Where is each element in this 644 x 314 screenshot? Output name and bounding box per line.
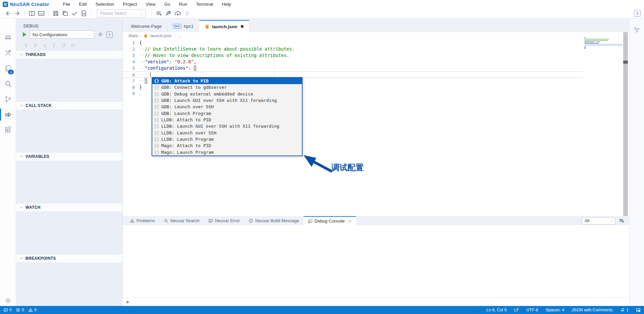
start-debug-button[interactable] <box>23 32 26 37</box>
save-icon[interactable] <box>52 10 59 17</box>
section-header-variables[interactable]: VARIABLES <box>16 152 122 161</box>
code-line-1[interactable]: 1{ <box>123 40 583 46</box>
tab-welcome-page[interactable]: Welcome-Page <box>125 20 167 32</box>
menu-selection[interactable]: Selection <box>91 1 119 8</box>
back-icon[interactable] <box>5 10 11 17</box>
menu-file[interactable]: File <box>59 1 75 8</box>
close-icon[interactable] <box>348 219 352 223</box>
open-debug-view-button[interactable]: › <box>106 32 113 38</box>
intellisense-item[interactable]: {}LLDB: Launch Program <box>152 136 302 142</box>
menu-go[interactable]: Go <box>160 1 174 8</box>
intellisense-item-label: GDB: Launch GUI over SSH with X11 forwar… <box>161 97 277 104</box>
toolbar-expand-button[interactable] <box>634 10 641 17</box>
status-warning-count[interactable]: 0 <box>28 308 37 312</box>
debug-settings-gear-icon[interactable] <box>97 32 103 38</box>
intellisense-item[interactable]: {}GDB: Debug external embedded device <box>152 91 302 97</box>
menu-help[interactable]: Help <box>217 1 235 8</box>
intellisense-item[interactable]: {}GDB: Launch GUI over SSH with X11 forw… <box>152 97 302 104</box>
status-item[interactable]: Ln 6, Col 5 <box>486 308 506 312</box>
status-item[interactable]: Spaces: 4 <box>546 308 565 312</box>
panel-layout-toggle[interactable] <box>636 308 641 312</box>
feedback-icon <box>3 308 8 312</box>
panel-tab-neusar-search[interactable]: Neusar Search <box>159 216 204 225</box>
split-editor-icon[interactable] <box>29 10 35 17</box>
minimap-current-line <box>584 44 623 46</box>
code-token: ·· <box>139 65 145 71</box>
scrollbar-marker <box>623 61 628 64</box>
settings-gear-icon[interactable] <box>4 297 12 305</box>
clear-console-icon[interactable] <box>619 218 625 224</box>
status-feedback-count[interactable]: 0 <box>3 308 12 312</box>
menu-project[interactable]: Project <box>118 1 141 8</box>
status-item[interactable]: UTF-8 <box>526 308 538 312</box>
intellisense-item[interactable]: {}GDB: Launch Program <box>152 110 302 117</box>
section-header-threads[interactable]: THREADS <box>16 50 122 59</box>
code-line-5[interactable]: 5··"configurations":·[ <box>123 65 583 71</box>
activity-debug-icon[interactable] <box>4 111 12 119</box>
cloud-upload-icon[interactable] <box>174 10 181 17</box>
menu-edit[interactable]: Edit <box>75 1 91 8</box>
dirty-indicator[interactable] <box>241 25 244 28</box>
menu-terminal[interactable]: Terminal <box>192 1 217 8</box>
run-target-select[interactable]: Please Select⌄ <box>97 9 146 17</box>
debug-console-input[interactable]: > <box>123 297 629 306</box>
intellisense-item[interactable]: {}Mago: Attach to PID <box>152 142 302 149</box>
file-code-icon[interactable] <box>80 10 87 17</box>
menu-view[interactable]: View <box>141 1 160 8</box>
intellisense-item[interactable]: {}Mago: Launch Program <box>152 149 302 155</box>
rocket-icon[interactable] <box>165 10 172 17</box>
save-all-icon[interactable] <box>62 10 68 17</box>
braces-icon: {} <box>154 84 159 90</box>
can-tool-icon[interactable]: CAN <box>38 10 45 17</box>
intellisense-item[interactable]: {}LLDB: Launch GUI over SSH with X11 for… <box>152 123 302 129</box>
notifications-bell[interactable]: 1 <box>620 308 629 312</box>
code-token: "configurations" <box>145 65 188 71</box>
breadcrumb-item[interactable]: .theia <box>127 34 138 38</box>
intellisense-item[interactable]: {}LLDB: Launch over SSH <box>152 130 302 136</box>
status-item[interactable]: JSON with Comments <box>572 308 613 312</box>
clear-list-icon[interactable] <box>156 10 162 17</box>
menu-run[interactable]: Run <box>174 1 192 8</box>
tab-hpc1[interactable]: SoChpc1 <box>167 20 199 32</box>
tab-label: Welcome-Page <box>131 24 162 29</box>
code-token: [ <box>194 65 197 71</box>
step-out-icon <box>52 43 57 48</box>
code-token: } <box>139 84 142 90</box>
code-token: :· <box>188 65 194 71</box>
intellisense-item[interactable]: {}GDB: Connect to gdbserver <box>152 84 302 90</box>
check-icon[interactable] <box>71 10 78 17</box>
activity-tools-icon[interactable] <box>4 49 12 57</box>
intellisense-item[interactable]: {}LLDB: Attach to PID <box>152 117 302 123</box>
activity-search-icon[interactable] <box>4 80 12 88</box>
status-item[interactable]: LF <box>514 308 519 312</box>
outline-hierarchy-icon[interactable] <box>633 26 641 34</box>
tab-launch.json[interactable]: launch.json <box>199 20 249 32</box>
activity-source-control-icon[interactable] <box>4 95 12 103</box>
minimap[interactable] <box>584 36 623 50</box>
panel-tab-debug-console[interactable]: Debug Console <box>304 216 357 225</box>
code-line-4[interactable]: 4··"version":·"0.2.0", <box>123 59 583 65</box>
editor-scrollbar[interactable] <box>623 32 628 216</box>
panel-tab-neusar-build-message[interactable]: Neusar Build Message <box>244 216 304 225</box>
section-header-call-stack[interactable]: CALL STACK <box>16 101 122 110</box>
code-line-3[interactable]: 3··//·Hover·to·view·descriptions·of·exis… <box>123 52 583 59</box>
menu-bar: N NeuSAR Creator FileEditSelectionProjec… <box>0 0 644 8</box>
breadcrumb-item[interactable]: ... <box>177 34 181 38</box>
activity-extensions-icon[interactable] <box>4 126 12 134</box>
breadcrumb-item[interactable]: launch.json <box>150 34 171 38</box>
debug-console-content[interactable] <box>123 225 629 297</box>
code-line-2[interactable]: 2··//·Use·IntelliSense·to·learn·about·po… <box>123 46 583 52</box>
panel-tab-neusar-error[interactable]: Neusar Error <box>204 216 244 225</box>
intellisense-item-label: GDB: Launch Program <box>161 110 211 117</box>
console-filter-select[interactable]: All⌄ <box>582 217 615 225</box>
forward-icon[interactable] <box>14 10 21 17</box>
section-header-watch[interactable]: WATCH <box>16 203 122 212</box>
chevron-down-icon <box>19 154 23 159</box>
intellisense-item[interactable]: {}GDB: Launch over SSH <box>152 104 302 110</box>
section-header-breakpoints[interactable]: BREAKPOINTS <box>16 254 122 263</box>
debug-configuration-select[interactable]: No Configurations ⌄ <box>30 30 94 39</box>
activity-vehicle-icon[interactable] <box>4 34 12 42</box>
panel-tab-problems[interactable]: Problems <box>125 216 159 225</box>
status-error-count[interactable]: 0 <box>16 308 24 312</box>
intellisense-item[interactable]: {}GDB: Attach to PID <box>152 78 302 84</box>
